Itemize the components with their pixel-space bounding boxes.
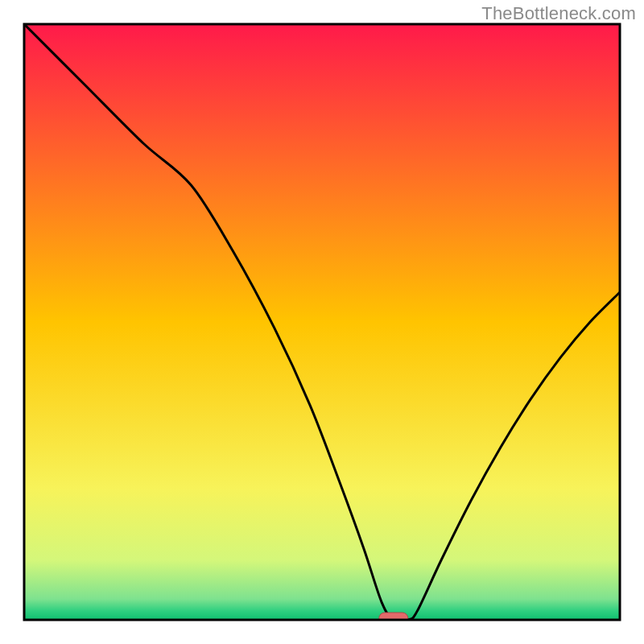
bottleneck-chart [0, 0, 644, 644]
watermark-label: TheBottleneck.com [481, 3, 636, 24]
optimum-marker [379, 613, 408, 624]
chart-container: TheBottleneck.com [0, 0, 644, 644]
